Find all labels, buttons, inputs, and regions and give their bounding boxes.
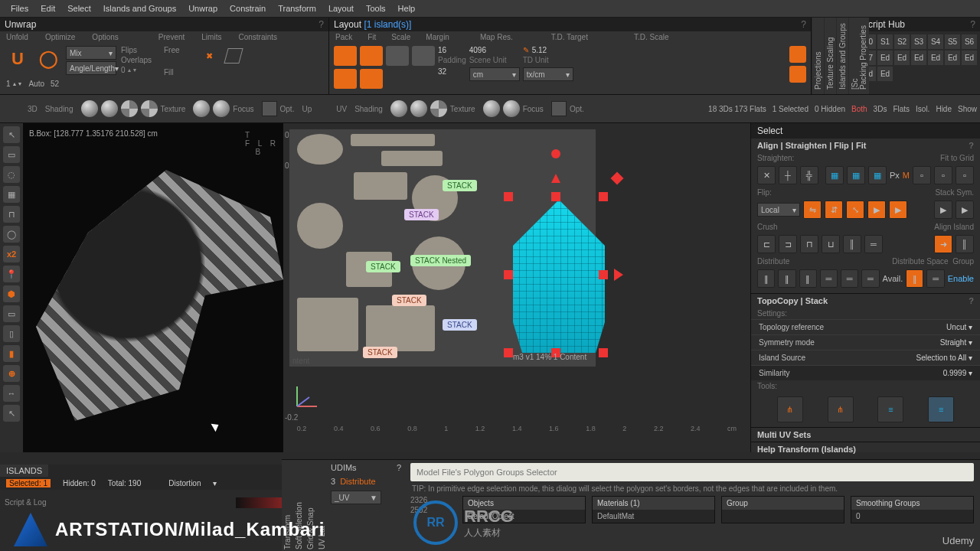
algorithm-dropdown[interactable]: Mix▾ (66, 46, 116, 60)
pin-tool[interactable]: 📍 (3, 266, 20, 282)
shade-smooth-icon[interactable] (101, 100, 118, 117)
group-col[interactable]: Group (721, 496, 844, 523)
dist-4[interactable]: ═ (820, 269, 838, 288)
fill-tool[interactable]: ▮ (3, 345, 20, 362)
cursor-tool[interactable]: ↖ (3, 405, 20, 422)
3d-viewport[interactable]: B.Box: [128.777 1.35176 210.528] cm TF L… (23, 123, 283, 452)
sh-s6[interactable]: S6 (962, 34, 977, 49)
similarity-value[interactable]: 0.9999 (943, 369, 967, 377)
multiuv-section[interactable]: Multi UV Sets (757, 430, 811, 439)
menu-select[interactable]: Select (61, 2, 97, 15)
view-orientation[interactable]: TF L R B (245, 131, 279, 156)
smoothing-col[interactable]: Smoothing Groups0 (851, 496, 974, 523)
td-value[interactable]: 5.12 (532, 46, 547, 54)
sh-s5[interactable]: S5 (945, 34, 960, 49)
anglelength-dropdown[interactable]: Angle/Length▾ (66, 61, 116, 75)
crush-1[interactable]: ⊏ (757, 235, 776, 253)
flip-5[interactable]: ▶ (889, 201, 907, 219)
mr-handle[interactable] (599, 270, 608, 279)
br-handle[interactable] (599, 348, 608, 357)
fitgrid-3[interactable]: ▦ (868, 166, 887, 184)
topo-tool-2[interactable]: ⋔ (828, 396, 854, 422)
fit-2[interactable] (412, 46, 435, 66)
vtab-packing[interactable]: Packing Properties [Sc (849, 18, 869, 94)
arrow-tool[interactable]: ↖ (3, 126, 20, 143)
crush-2[interactable]: ⊐ (779, 235, 797, 253)
uv-tex-icon[interactable] (483, 100, 500, 117)
pack-3[interactable] (334, 69, 357, 89)
menu-files[interactable]: Files (5, 2, 34, 15)
flip-4[interactable]: ▶ (867, 201, 886, 219)
spin2[interactable]: 52 (51, 80, 59, 88)
align-v[interactable]: ║ (956, 235, 974, 253)
shade-flat-icon[interactable] (81, 100, 98, 117)
tc-handle[interactable] (551, 192, 560, 201)
tdunit-dropdown[interactable]: tx/cm▾ (523, 67, 573, 81)
fg-a[interactable]: ▫ (913, 166, 931, 184)
dist-2[interactable]: ‖ (778, 269, 795, 288)
fg-c[interactable]: ▫ (956, 166, 974, 184)
distspace-2[interactable]: ═ (926, 269, 944, 288)
scriptlog-tab[interactable]: Script & Log (0, 497, 51, 508)
iterations-value[interactable]: 0 (121, 66, 126, 74)
spin1[interactable]: 1 (6, 80, 11, 88)
globe-tool[interactable]: ⊕ (3, 365, 20, 382)
sym-mode-value[interactable]: Straight (940, 338, 966, 347)
deform-tool[interactable] (224, 46, 243, 66)
uv-shade1-icon[interactable] (390, 100, 407, 117)
3ds-toggle[interactable]: 3Ds (874, 105, 887, 113)
uv-shade2-icon[interactable] (410, 100, 427, 117)
circle-tool[interactable]: ◯ (3, 226, 20, 243)
focus-icon[interactable] (262, 101, 277, 116)
helptransform-section[interactable]: Help Transform (Islands) (757, 445, 856, 454)
pack-4[interactable] (360, 69, 383, 89)
pin-tool[interactable]: ✖ (199, 46, 219, 66)
optimize-button[interactable]: ◯ (35, 46, 61, 72)
padding-value[interactable]: 32 (438, 67, 446, 76)
menu-help[interactable]: Help (392, 2, 422, 15)
shade-checker-icon[interactable] (121, 100, 138, 117)
stack-tool-2[interactable]: ≡ (928, 396, 954, 422)
flip-v[interactable]: ⇵ (825, 201, 843, 219)
margin-value[interactable]: 16 (438, 46, 446, 54)
fitgrid-2[interactable]: ▦ (847, 166, 865, 184)
align-arrow[interactable]: ➜ (934, 235, 952, 253)
unfold-button[interactable]: U (5, 46, 31, 72)
islands-tab-label[interactable]: ISLANDS (0, 465, 48, 477)
dist-5[interactable]: ═ (841, 269, 858, 288)
shield-tool[interactable]: ⬢ (3, 285, 20, 302)
move-tool[interactable]: ↔ (3, 385, 20, 402)
help-icon[interactable]: ? (970, 19, 975, 30)
mapres-value[interactable]: 4096 (469, 46, 486, 54)
dist-6[interactable]: ═ (861, 269, 879, 288)
rect-select-tool[interactable]: ▭ (3, 146, 20, 163)
flip-space[interactable]: Local▾ (757, 203, 800, 217)
grid-tool[interactable]: ▦ (3, 186, 20, 203)
dist-3[interactable]: ‖ (799, 269, 817, 288)
topo-ref-value[interactable]: Uncut (946, 323, 966, 331)
sh-s3[interactable]: S3 (911, 34, 926, 49)
enable-toggle[interactable]: Enable (948, 274, 974, 283)
uv-tex2-icon[interactable] (503, 100, 520, 117)
menu-transform[interactable]: Transform (272, 2, 322, 15)
crush-4[interactable]: ⊔ (822, 235, 840, 253)
udim-count[interactable]: 3 (331, 477, 335, 486)
scale-right-handle[interactable] (614, 269, 623, 281)
straighten-1[interactable]: ✕ (757, 166, 776, 184)
menu-islands-groups[interactable]: Islands and Groups (97, 2, 182, 15)
tdscale-1[interactable] (789, 46, 806, 63)
distspace-1[interactable]: ‖ (906, 269, 923, 288)
sh-ed5[interactable]: Ed (962, 51, 977, 65)
show-button[interactable]: Show (958, 105, 977, 113)
pack-2[interactable] (360, 46, 383, 66)
tdscale-2[interactable] (789, 66, 806, 83)
menu-edit[interactable]: Edit (34, 2, 61, 15)
both-toggle[interactable]: Both (851, 105, 867, 113)
lasso-tool[interactable]: ◌ (3, 166, 20, 183)
help-icon[interactable]: ? (969, 141, 974, 150)
vtab-projections[interactable]: Projections (812, 18, 824, 94)
topo-tool-1[interactable]: ⋔ (777, 396, 803, 422)
crush-5[interactable]: ║ (843, 235, 861, 253)
corner-handle[interactable] (611, 172, 624, 185)
sh-s1[interactable]: S1 (877, 34, 893, 49)
